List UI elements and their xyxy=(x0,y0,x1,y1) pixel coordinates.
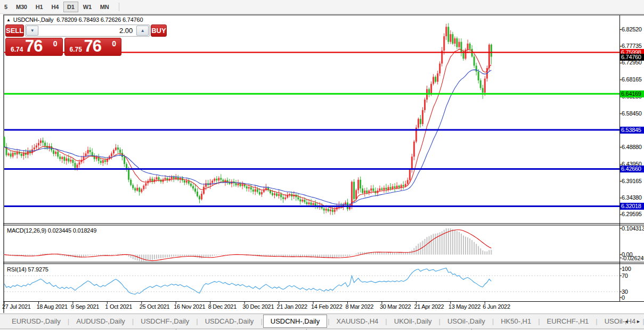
price-tag: 6.74760 xyxy=(620,54,644,61)
x-axis-date-label: 30 Dec 2021 xyxy=(242,303,274,310)
tab-eurchf-h1[interactable]: EURCHF-,H1 xyxy=(541,315,596,328)
price-tag: 6.64169 xyxy=(620,90,644,97)
tab-separator: | xyxy=(538,317,540,325)
timeframe-5[interactable]: 5 xyxy=(1,2,11,12)
tab-scroll-left-icon[interactable]: ◄ xyxy=(624,319,629,324)
price-tag: 6.32018 xyxy=(620,203,644,210)
collapse-icon[interactable]: ▲ xyxy=(6,18,11,22)
timeframe-w1[interactable]: W1 xyxy=(79,2,95,12)
timeframe-m30[interactable]: M30 xyxy=(12,2,31,12)
x-axis-date-label: 25 Oct 2021 xyxy=(140,303,170,310)
tab-separator: | xyxy=(196,317,198,325)
tab-ukoil-daily[interactable]: UKOil-,Daily xyxy=(388,315,438,328)
rsi-axis-label: 70 xyxy=(622,273,644,279)
tab-xauusd-h4[interactable]: XAUUSD-,H4 xyxy=(330,315,385,328)
tab-separator: | xyxy=(68,317,69,325)
chart-title: USDCNH-,Daily xyxy=(13,16,54,23)
tab-separator: | xyxy=(328,317,329,325)
volume-increase-icon[interactable]: ▲ xyxy=(136,26,149,36)
buy-price-small: 6.75 xyxy=(70,46,82,53)
x-axis-date-label: 14 Feb 2022 xyxy=(311,303,342,310)
price-tag: 6.42660 xyxy=(620,166,644,172)
buy-price-panel[interactable]: 6.75 76 0 xyxy=(64,38,122,56)
timeframe-mn[interactable]: MN xyxy=(96,2,113,12)
price-axis-label: 6.29595 xyxy=(622,211,644,218)
tab-separator: | xyxy=(492,317,494,325)
toolbar-separator xyxy=(119,3,119,11)
tab-separator: | xyxy=(596,317,597,325)
sell-price-sup: 0 xyxy=(53,39,58,48)
rsi-axis-label: 100 xyxy=(622,266,644,273)
x-axis-date-label: 21 Jan 2022 xyxy=(277,303,307,310)
price-axis-label: 6.34380 xyxy=(622,194,644,201)
macd-axis-label: -0.026249 xyxy=(622,255,644,262)
timeframe-toolbar: 5M30H1H4D1W1MN xyxy=(0,0,644,14)
x-axis-date-label: 18 Aug 2021 xyxy=(36,303,67,310)
tab-usdchf-daily[interactable]: USDCHF-,Daily xyxy=(134,315,195,328)
tab-audusd-daily[interactable]: AUDUSD-,Daily xyxy=(70,315,132,328)
sell-price-panel[interactable]: 6.74 76 0 xyxy=(5,38,63,56)
chart-tabbar: EURUSD-,Daily|AUDUSD-,Daily|USDCHF-,Dail… xyxy=(0,314,644,328)
tab-separator: | xyxy=(385,317,387,325)
x-axis-date-label: 16 Nov 2021 xyxy=(174,303,205,310)
x-axis-date-label: 6 Jun 2022 xyxy=(483,303,510,310)
sell-price-small: 6.74 xyxy=(11,46,23,53)
price-axis-label: 6.68165 xyxy=(622,76,644,83)
volume-stepper: ▼ ▲ xyxy=(25,24,150,37)
buy-price-sup: 0 xyxy=(112,39,116,48)
tab-separator: | xyxy=(260,317,262,325)
rsi-axis-label: 0 xyxy=(622,294,644,301)
price-axis-label: 6.58450 xyxy=(622,110,644,117)
sell-price-big: 76 xyxy=(25,37,42,56)
price-axis-label: 6.48880 xyxy=(622,144,644,151)
trade-panel: SELL ▼ ▲ BUY 6.74 76 0 6.75 76 0 xyxy=(5,24,121,56)
tab-eurusd-daily[interactable]: EURUSD-,Daily xyxy=(5,315,67,328)
chart-ohlc-readout: 6.78209 6.78493 6.72626 6.74760 xyxy=(56,16,143,23)
buy-price-big: 76 xyxy=(84,37,101,56)
tab-scroll-arrows: ◄ ► xyxy=(624,314,641,328)
tab-usdcnh-daily[interactable]: USDCNH-,Daily xyxy=(263,315,327,328)
x-axis-date-label: 27 Jul 2021 xyxy=(2,303,31,310)
trading-terminal: 5M30H1H4D1W1MN ▲USDCNH-,Daily6.78209 6.7… xyxy=(0,0,644,330)
volume-input[interactable] xyxy=(39,26,136,36)
volume-decrease-icon[interactable]: ▼ xyxy=(26,26,38,36)
tab-usdcad-daily[interactable]: USDCAD-,Daily xyxy=(199,315,260,328)
timeframe-h1[interactable]: H1 xyxy=(32,2,47,12)
timeframe-d1[interactable]: D1 xyxy=(63,2,78,12)
chart-legend: ▲USDCNH-,Daily6.78209 6.78493 6.72626 6.… xyxy=(6,16,143,23)
x-axis-date-label: 21 Apr 2022 xyxy=(414,303,444,310)
price-tag: 6.53845 xyxy=(620,127,644,134)
tab-usoil-daily[interactable]: USOil-,Daily xyxy=(441,315,492,328)
timeframe-h4[interactable]: H4 xyxy=(47,2,62,12)
tab-hk50-h1[interactable]: HK50-,H1 xyxy=(494,315,537,328)
macd-indicator-label: MACD(12,26,9) 0.023445 0.018249 xyxy=(7,227,96,234)
macd-axis-label: 0.104313 xyxy=(622,225,644,232)
price-axis-label: 6.39165 xyxy=(622,178,644,185)
x-axis-date-label: 13 May 2022 xyxy=(449,303,480,310)
x-axis-date-label: 30 Mar 2022 xyxy=(380,303,411,310)
tab-scroll-right-icon[interactable]: ► xyxy=(636,319,641,324)
buy-button[interactable]: BUY xyxy=(151,24,166,37)
tab-separator: | xyxy=(132,317,134,325)
sell-button[interactable]: SELL xyxy=(5,24,24,37)
price-axis-label: 6.82520 xyxy=(622,26,644,33)
x-axis-date-label: 1 Oct 2021 xyxy=(105,303,132,310)
x-axis-date-label: 8 Mar 2022 xyxy=(345,303,373,310)
x-axis-date-label: 8 Dec 2021 xyxy=(208,303,237,310)
x-axis-date-label: 9 Sep 2021 xyxy=(71,303,99,310)
tab-separator: | xyxy=(439,317,441,325)
rsi-indicator-label: RSI(14) 57.9275 xyxy=(7,266,48,273)
